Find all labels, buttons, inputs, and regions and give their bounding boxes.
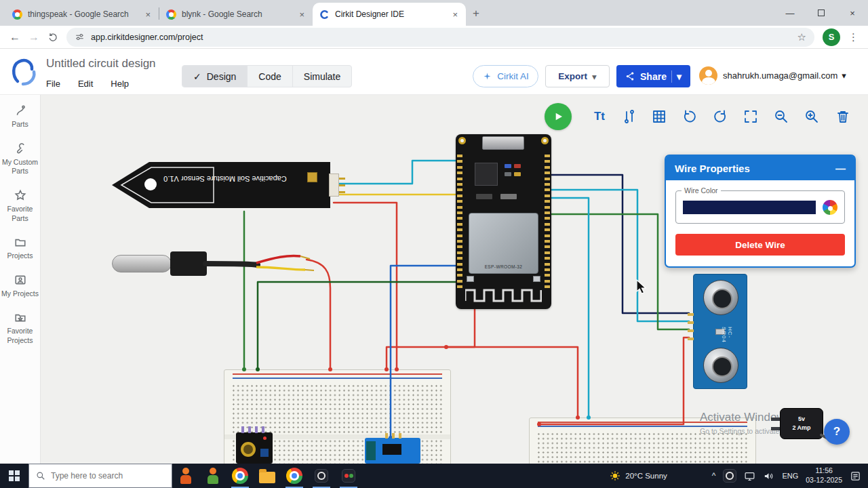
menu-file[interactable]: File xyxy=(46,79,60,89)
module-pin xyxy=(399,433,401,439)
tab-close-icon[interactable]: × xyxy=(144,9,152,20)
window-maximize-button[interactable] xyxy=(806,0,837,26)
share-button[interactable]: Share ▾ xyxy=(616,65,690,87)
sidebar-label: My Custom Parts xyxy=(1,158,39,176)
soil-moisture-sensor[interactable]: Capacitive Soil Moisture Sensor V1.0 xyxy=(112,157,416,213)
design-canvas[interactable]: Capacitive Soil Moisture Sensor V1.0 xyxy=(41,95,868,464)
soil-sensor-connector xyxy=(329,174,339,197)
obs-icon xyxy=(315,469,328,483)
tab-close-icon[interactable]: × xyxy=(451,9,459,20)
taskbar-file-explorer[interactable] xyxy=(254,464,281,488)
hcsr04-pin xyxy=(688,313,694,316)
wire[interactable] xyxy=(334,203,397,369)
text-tool-button[interactable]: Tt xyxy=(590,107,609,126)
wire[interactable] xyxy=(391,266,456,438)
window-minimize-button[interactable]: — xyxy=(774,0,806,26)
sensor-module-black[interactable] xyxy=(236,432,273,464)
delete-wire-button[interactable]: Delete Wire xyxy=(675,234,845,256)
menu-help[interactable]: Help xyxy=(111,79,129,89)
wire-color-swatch[interactable] xyxy=(683,201,816,214)
hcsr04-board: HC-SR04 xyxy=(693,274,747,389)
taskbar-app-2[interactable] xyxy=(199,464,226,488)
rotate-cw-button[interactable] xyxy=(711,107,730,126)
grid-tool-button[interactable] xyxy=(650,107,669,126)
wire[interactable] xyxy=(446,347,578,418)
power-adapter[interactable]: 5v 2 Amp xyxy=(772,405,829,445)
palette-icon[interactable] xyxy=(823,200,837,215)
sidebar-item-projects[interactable]: Projects xyxy=(1,236,39,261)
fit-view-button[interactable] xyxy=(741,107,760,126)
zoom-in-button[interactable] xyxy=(802,107,821,126)
wire[interactable] xyxy=(258,282,456,369)
tab-design[interactable]: ✓ Design xyxy=(182,66,248,87)
reload-icon[interactable] xyxy=(47,32,58,43)
mouse-cursor xyxy=(636,279,647,294)
sidebar-item-parts[interactable]: Parts xyxy=(1,104,39,129)
sidebar-item-favorite-parts[interactable]: Favorite Parts xyxy=(1,189,39,223)
zoom-out-button[interactable] xyxy=(772,107,791,126)
module-pin xyxy=(248,426,251,433)
taskbar-chrome[interactable] xyxy=(226,464,254,488)
network-icon[interactable] xyxy=(744,470,755,482)
mounting-hole xyxy=(541,137,549,144)
tray-expand-icon[interactable]: ^ xyxy=(712,471,716,481)
esp32-pin-header-left xyxy=(457,155,462,289)
url-field[interactable]: app.cirkitdesigner.com/project ☆ xyxy=(66,28,814,47)
rotate-ccw-button[interactable] xyxy=(680,107,699,126)
site-info-icon[interactable] xyxy=(75,32,85,42)
taskbar-chrome-2[interactable] xyxy=(281,464,308,488)
delete-tool-button[interactable] xyxy=(833,107,852,126)
taskbar-clock[interactable]: 11:56 03-12-2025 xyxy=(806,466,842,485)
wire[interactable] xyxy=(539,338,689,424)
temperature-probe[interactable] xyxy=(112,249,322,281)
sidebar-item-my-custom-parts[interactable]: My Custom Parts xyxy=(1,142,39,176)
window-close-button[interactable]: × xyxy=(837,0,868,26)
project-title[interactable]: Untitled circuit design xyxy=(46,57,156,70)
forward-icon[interactable]: → xyxy=(28,32,39,43)
ultrasonic-sensor[interactable]: HC-SR04 xyxy=(688,274,747,389)
run-simulation-button[interactable] xyxy=(545,103,572,130)
back-icon[interactable]: ← xyxy=(9,32,20,43)
sidebar-item-my-projects[interactable]: My Projects xyxy=(1,274,39,299)
browser-profile-avatar[interactable]: S xyxy=(823,28,840,46)
notification-icon[interactable] xyxy=(850,470,861,482)
start-button[interactable] xyxy=(0,464,28,488)
tray-obs-icon[interactable] xyxy=(723,469,736,483)
browser-menu-icon[interactable]: ⋮ xyxy=(848,31,859,43)
search-input[interactable] xyxy=(51,471,153,481)
export-button[interactable]: Export ▾ xyxy=(545,65,610,87)
sidebar-item-favorite-projects[interactable]: Favorite Projects xyxy=(1,311,39,345)
account-avatar[interactable] xyxy=(699,66,717,85)
esp32-board[interactable]: ESP-WROOM-32 xyxy=(456,134,551,309)
wire[interactable] xyxy=(387,309,475,369)
app-icon-1 xyxy=(179,468,193,484)
taskbar-weather[interactable]: 20°C Sunny xyxy=(610,470,667,481)
chevron-down-icon[interactable]: ▾ xyxy=(677,71,682,82)
language-indicator[interactable]: ENG xyxy=(782,472,798,480)
taskbar-app-1[interactable] xyxy=(172,464,199,488)
tab-thingspeak[interactable]: thingspeak - Google Search × xyxy=(5,3,159,26)
taskbar-search[interactable] xyxy=(28,464,172,488)
wire-properties-header[interactable]: Wire Properties — xyxy=(666,156,854,180)
panel-minimize-icon[interactable]: — xyxy=(835,163,846,174)
sensor-module-blue[interactable] xyxy=(365,438,420,464)
cirkit-ai-button[interactable]: Cirkit AI xyxy=(473,65,538,87)
wire-color-field[interactable]: Wire Color xyxy=(675,190,845,224)
tab-cirkit-designer[interactable]: Cirkit Designer IDE × xyxy=(313,3,466,26)
taskbar-obs[interactable] xyxy=(308,464,335,488)
wire[interactable] xyxy=(551,198,589,418)
menu-edit[interactable]: Edit xyxy=(78,79,93,89)
tab-simulate[interactable]: Simulate xyxy=(293,66,351,87)
esp32-boot-button xyxy=(533,276,540,282)
tab-blynk[interactable]: blynk - Google Search × xyxy=(159,3,313,26)
mode-switcher: ✓ Design Code Simulate xyxy=(182,65,352,87)
account-menu[interactable]: shahrukh.umaga@gmail.com ▾ xyxy=(723,70,846,81)
volume-icon[interactable] xyxy=(763,470,774,482)
tab-close-icon[interactable]: × xyxy=(298,9,306,20)
taskbar-media-app[interactable] xyxy=(335,464,362,488)
wire-tool-button[interactable] xyxy=(620,107,639,126)
new-tab-button[interactable]: + xyxy=(473,7,479,20)
help-button[interactable]: ? xyxy=(824,419,850,445)
tab-code[interactable]: Code xyxy=(248,66,292,87)
bookmark-star-icon[interactable]: ☆ xyxy=(797,31,806,43)
